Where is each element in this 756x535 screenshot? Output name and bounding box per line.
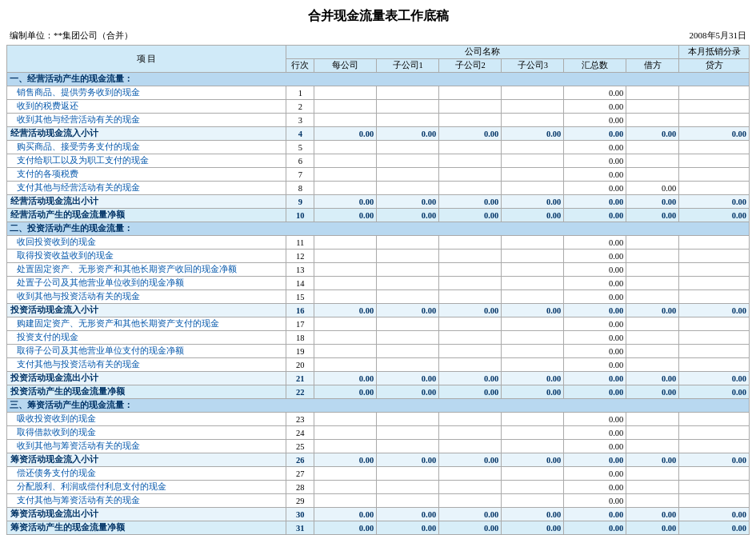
meigongsi bbox=[314, 168, 377, 182]
company-label: 编制单位：**集团公司（合并） bbox=[10, 30, 133, 42]
item-label: 购买商品、接受劳务支付的现金 bbox=[7, 141, 286, 154]
meigongsi bbox=[314, 86, 377, 100]
meigongsi bbox=[314, 426, 377, 440]
xingci: 19 bbox=[286, 345, 314, 358]
xingci: 10 bbox=[286, 209, 314, 222]
dkff bbox=[626, 236, 679, 250]
item-label: 支付其他与筹资活动有关的现金 bbox=[7, 494, 286, 508]
dkff bbox=[626, 250, 679, 263]
item-label: 筹资活动现金流出小计 bbox=[7, 508, 286, 521]
zigongsi1 bbox=[377, 290, 439, 304]
table-row: 取得子公司及其他营业单位支付的现金净额 19 0.00 bbox=[7, 345, 750, 358]
huizong: 0.00 bbox=[564, 494, 626, 508]
huizong: 0.00 bbox=[564, 141, 626, 154]
zigongsi2 bbox=[439, 290, 502, 304]
xingci: 5 bbox=[286, 141, 314, 154]
table-row: 三、筹资活动产生的现金流量： bbox=[7, 399, 750, 413]
item-label: 取得子公司及其他营业单位支付的现金净额 bbox=[7, 345, 286, 358]
meigongsi: 0.00 bbox=[314, 127, 377, 141]
table-row: 一、经营活动产生的现金流量： bbox=[7, 73, 750, 86]
table-row: 经营活动产生的现金流量净额 10 0.00 0.00 0.00 0.00 0.0… bbox=[7, 209, 750, 222]
meigongsi bbox=[314, 182, 377, 195]
item-label: 分配股利、利润或偿付利息支付的现金 bbox=[7, 481, 286, 494]
item-label: 经营活动产生的现金流量净额 bbox=[7, 209, 286, 222]
item-label: 支付给职工以及为职工支付的现金 bbox=[7, 154, 286, 168]
huizong: 0.00 bbox=[564, 168, 626, 182]
huizong: 0.00 bbox=[564, 385, 626, 399]
item-label: 取得投资收益收到的现金 bbox=[7, 250, 286, 263]
zigongsi2: 0.00 bbox=[439, 508, 502, 521]
huizong: 0.00 bbox=[564, 426, 626, 440]
meigongsi: 0.00 bbox=[314, 372, 377, 385]
xingci: 18 bbox=[286, 331, 314, 345]
xingci: 27 bbox=[286, 467, 314, 481]
huizong: 0.00 bbox=[564, 358, 626, 372]
item-label: 投资活动现金流入小计 bbox=[7, 304, 286, 317]
huizong: 0.00 bbox=[564, 263, 626, 277]
huizong: 0.00 bbox=[564, 209, 626, 222]
meigongsi bbox=[314, 100, 377, 114]
xingci: 21 bbox=[286, 372, 314, 385]
zigongsi1 bbox=[377, 481, 439, 494]
zigongsi3 bbox=[502, 331, 564, 345]
table-row: 经营活动现金流入小计 4 0.00 0.00 0.00 0.00 0.00 0.… bbox=[7, 127, 750, 141]
item-label: 收到其他与筹资活动有关的现金 bbox=[7, 440, 286, 453]
item-label: 投资支付的现金 bbox=[7, 331, 286, 345]
table-row: 销售商品、提供劳务收到的现金 1 0.00 bbox=[7, 86, 750, 100]
section-title: 一、经营活动产生的现金流量： bbox=[7, 73, 750, 86]
huizong: 0.00 bbox=[564, 290, 626, 304]
table-row: 收到其他与经营活动有关的现金 3 0.00 bbox=[7, 114, 750, 127]
zigongsi2 bbox=[439, 277, 502, 290]
dkff: 0.00 bbox=[626, 372, 679, 385]
zigongsi1 bbox=[377, 100, 439, 114]
meigongsi bbox=[314, 114, 377, 127]
dkff bbox=[626, 467, 679, 481]
item-label: 支付其他与经营活动有关的现金 bbox=[7, 182, 286, 195]
table-row: 筹资活动现金流出小计 30 0.00 0.00 0.00 0.00 0.00 0… bbox=[7, 508, 750, 521]
zigongsi2 bbox=[439, 331, 502, 345]
meigongsi: 0.00 bbox=[314, 453, 377, 467]
zigongsi2: 0.00 bbox=[439, 127, 502, 141]
meigongsi bbox=[314, 440, 377, 453]
zigongsi3 bbox=[502, 358, 564, 372]
zigongsi1: 0.00 bbox=[377, 453, 439, 467]
dkfc: 0.00 bbox=[679, 195, 750, 209]
header-dkff: 借方 bbox=[626, 59, 679, 73]
xingci: 23 bbox=[286, 413, 314, 426]
meigongsi bbox=[314, 236, 377, 250]
meigongsi bbox=[314, 481, 377, 494]
zigongsi3 bbox=[502, 154, 564, 168]
meigongsi bbox=[314, 317, 377, 331]
huizong: 0.00 bbox=[564, 467, 626, 481]
zigongsi1 bbox=[377, 413, 439, 426]
zigongsi1 bbox=[377, 494, 439, 508]
zigongsi2 bbox=[439, 168, 502, 182]
dkfc bbox=[679, 494, 750, 508]
header-meigongsi: 每公司 bbox=[314, 59, 377, 73]
dkfc: 0.00 bbox=[679, 372, 750, 385]
zigongsi3 bbox=[502, 168, 564, 182]
table-row: 筹资活动产生的现金流量净额 31 0.00 0.00 0.00 0.00 0.0… bbox=[7, 521, 750, 535]
zigongsi2 bbox=[439, 317, 502, 331]
dkfc bbox=[679, 114, 750, 127]
huizong: 0.00 bbox=[564, 440, 626, 453]
zigongsi1 bbox=[377, 168, 439, 182]
meta-row: 编制单位：**集团公司（合并） 2008年5月31日 bbox=[6, 30, 750, 42]
table-row: 取得投资收益收到的现金 12 0.00 bbox=[7, 250, 750, 263]
zigongsi3 bbox=[502, 440, 564, 453]
meigongsi bbox=[314, 331, 377, 345]
huizong: 0.00 bbox=[564, 100, 626, 114]
zigongsi1: 0.00 bbox=[377, 195, 439, 209]
table-row: 支付其他与经营活动有关的现金 8 0.00 0.00 bbox=[7, 182, 750, 195]
xingci: 4 bbox=[286, 127, 314, 141]
zigongsi2 bbox=[439, 467, 502, 481]
dkfc bbox=[679, 440, 750, 453]
dkff bbox=[626, 100, 679, 114]
meigongsi bbox=[314, 358, 377, 372]
zigongsi3 bbox=[502, 481, 564, 494]
dkff bbox=[626, 494, 679, 508]
dkfc: 0.00 bbox=[679, 453, 750, 467]
item-label: 收到其他与投资活动有关的现金 bbox=[7, 290, 286, 304]
item-label: 收到的税费返还 bbox=[7, 100, 286, 114]
zigongsi1 bbox=[377, 426, 439, 440]
